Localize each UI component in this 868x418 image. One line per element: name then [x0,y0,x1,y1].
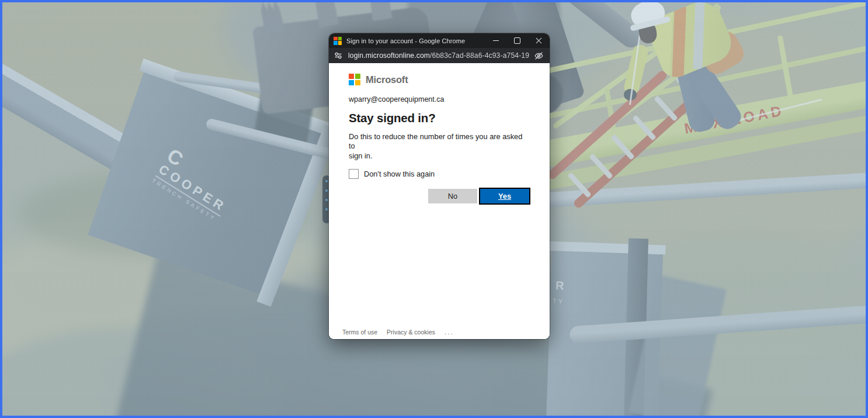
cooper-partial-text: TY [553,298,564,305]
no-button[interactable]: No [428,189,477,203]
dialog-description: Do this to reduce the number of times yo… [349,132,530,161]
signin-dialog: Microsoft wparry@cooperequipment.ca Stay… [329,63,550,339]
description-line: Do this to reduce the number of times yo… [349,132,530,151]
minimize-button[interactable] [485,33,506,48]
cooper-partial-text: R [555,279,564,292]
site-settings-icon[interactable] [333,51,343,61]
close-button[interactable] [528,33,550,48]
dont-show-row: Don't show this again [349,169,530,179]
more-options-link[interactable]: ... [445,329,454,336]
url-path: /6b83c7ad-88a6-4c93-a754-1905ae6... [430,51,529,60]
dont-show-checkbox[interactable] [349,169,359,179]
cooper-branding: C COOPER TRENCH SAFETY [151,145,239,223]
user-email: wparry@cooperequipment.ca [349,95,530,103]
microsoft-brand: Microsoft [349,74,530,85]
dialog-title: Stay signed in? [349,111,530,125]
microsoft-favicon-icon [334,37,342,45]
maximize-button[interactable] [506,33,528,48]
window-title-bar[interactable]: Sign in to your account - Google Chrome [329,33,550,48]
dialog-buttons: No Yes [349,188,530,205]
url-domain: login.microsoftonline.com [348,51,430,60]
microsoft-logo-icon [349,74,360,85]
eye-off-icon[interactable] [534,51,544,61]
close-icon [536,37,542,44]
address-bar[interactable]: login.microsoftonline.com/6b83c7ad-88a6-… [329,48,550,63]
privacy-cookies-link[interactable]: Privacy & cookies [387,329,435,336]
maximize-icon [514,37,520,44]
checkbox-label[interactable]: Don't show this again [364,170,435,178]
url-text[interactable]: login.microsoftonline.com/6b83c7ad-88a6-… [348,51,529,60]
window-title: Sign in to your account - Google Chrome [346,37,485,44]
terms-of-use-link[interactable]: Terms of use [342,329,377,336]
microsoft-wordmark: Microsoft [366,74,408,85]
yes-button[interactable]: Yes [479,188,530,205]
minimize-icon [493,40,499,41]
chrome-popup-window: Sign in to your account - Google Chrome … [329,33,550,339]
description-line: sign in. [349,151,530,161]
dialog-footer: Terms of use Privacy & cookies ... [342,329,454,336]
